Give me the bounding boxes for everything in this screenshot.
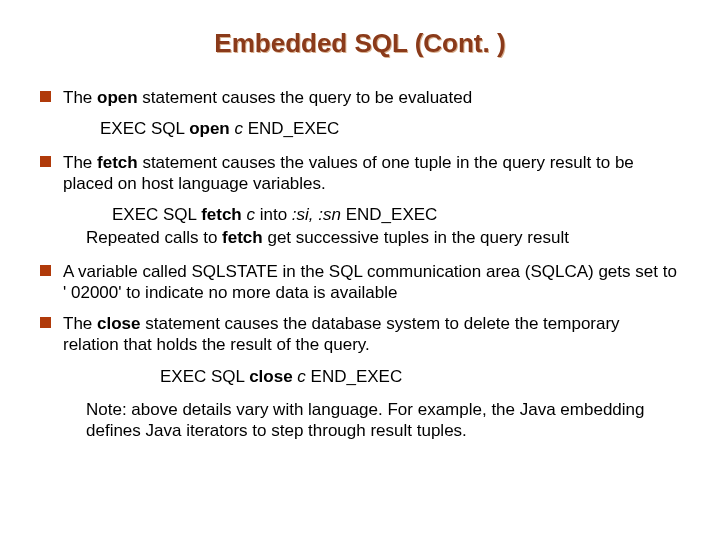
square-bullet-icon [40,317,51,328]
keyword-close: close [97,314,140,333]
text: statement causes the database system to … [63,314,620,354]
square-bullet-icon [40,156,51,167]
footnote: Note: above details vary with language. … [86,399,680,442]
bullet-list: The open statement causes the query to b… [40,87,680,441]
code-fetch: EXEC SQL fetch c into :si, :sn END_EXEC [112,204,680,225]
text: END_EXEC [346,205,438,224]
text: The [63,153,97,172]
bullet-text: The close statement causes the database … [63,313,680,356]
keyword: close [249,367,292,386]
text: The [63,88,97,107]
bullet-text: The fetch statement causes the values of… [63,152,680,195]
keyword: open [189,119,230,138]
text: EXEC SQL [100,119,189,138]
bullet-fetch: The fetch statement causes the values of… [40,152,680,195]
bullet-sqlstate: A variable called SQLSTATE in the SQL co… [40,261,680,304]
bullet-open: The open statement causes the query to b… [40,87,680,108]
bullet-close: The close statement causes the database … [40,313,680,356]
text: EXEC SQL [112,205,201,224]
code-close: EXEC SQL close c END_EXEC [160,366,680,387]
cursor-name: c [293,367,311,386]
keyword: fetch [222,228,263,247]
text: END_EXEC [248,119,340,138]
page-title: Embedded SQL (Cont. ) [40,28,680,59]
square-bullet-icon [40,265,51,276]
text: EXEC SQL [160,367,249,386]
fetch-note: Repeated calls to fetch get successive t… [86,227,680,248]
square-bullet-icon [40,91,51,102]
text: The [63,314,97,333]
text: END_EXEC [311,367,403,386]
keyword-fetch: fetch [97,153,138,172]
keyword: fetch [201,205,242,224]
slide: Embedded SQL (Cont. ) The open statement… [0,0,720,461]
text: statement causes the values of one tuple… [63,153,634,193]
bullet-text: The open statement causes the query to b… [63,87,680,108]
text: statement causes the query to be evaluat… [138,88,473,107]
text: Repeated calls to [86,228,222,247]
cursor-name: c [242,205,260,224]
host-vars: :si, :sn [292,205,346,224]
bullet-text: A variable called SQLSTATE in the SQL co… [63,261,680,304]
text: into [260,205,292,224]
keyword-open: open [97,88,138,107]
cursor-name: c [230,119,248,138]
text: get successive tuples in the query resul… [263,228,569,247]
code-open: EXEC SQL open c END_EXEC [100,118,680,139]
